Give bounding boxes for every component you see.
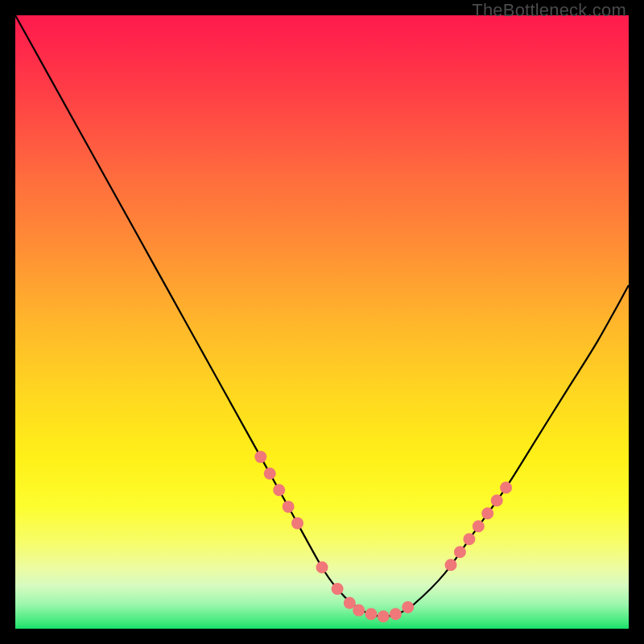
curve-marker bbox=[353, 605, 365, 617]
bottleneck-curve bbox=[15, 15, 629, 617]
curve-marker bbox=[454, 546, 466, 558]
curve-marker bbox=[390, 608, 402, 620]
curve-marker bbox=[291, 517, 303, 529]
chart-frame: TheBottleneck.com bbox=[0, 0, 644, 644]
curve-marker bbox=[491, 494, 503, 506]
curve-marker bbox=[365, 608, 378, 620]
curve-marker bbox=[378, 610, 390, 622]
curve-marker bbox=[445, 559, 457, 571]
curve-marker bbox=[283, 501, 295, 513]
curve-marker bbox=[332, 583, 344, 595]
curve-marker bbox=[273, 484, 285, 496]
curve-marker bbox=[316, 561, 328, 573]
curve-marker bbox=[264, 468, 276, 480]
curve-marker bbox=[463, 533, 475, 545]
curve-marker bbox=[402, 601, 414, 613]
marker-group bbox=[254, 451, 512, 622]
curve-marker bbox=[473, 520, 485, 532]
watermark-text: TheBottleneck.com bbox=[472, 0, 626, 21]
curve-marker bbox=[500, 481, 512, 493]
curve-marker bbox=[254, 451, 266, 463]
curve-marker bbox=[481, 507, 493, 519]
curve-layer bbox=[15, 15, 629, 629]
